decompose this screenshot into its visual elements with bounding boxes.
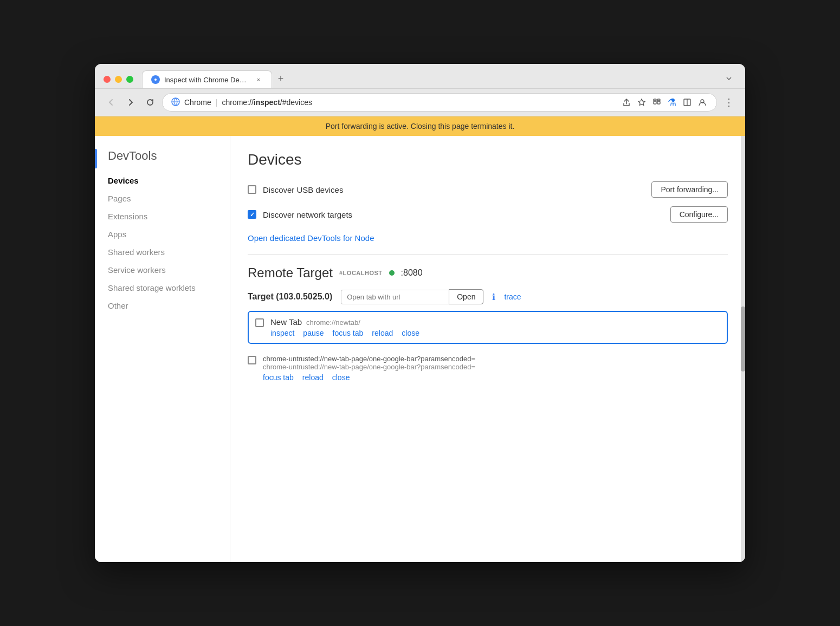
new-tab-title: New Tab	[270, 317, 302, 327]
chrome-untrusted-target-item: chrome-untrusted://new-tab-page/one-goog…	[248, 350, 728, 386]
session-icon[interactable]: ⚗	[667, 97, 677, 108]
usb-option-row: Discover USB devices Port forwarding...	[248, 181, 728, 198]
remote-target-host: #LOCALHOST	[339, 270, 383, 276]
remote-target-header: Remote Target #LOCALHOST :8080	[248, 265, 728, 281]
svg-rect-6	[657, 99, 660, 101]
usb-label-text: Discover USB devices	[263, 185, 343, 194]
chrome-untrusted-close-link[interactable]: close	[332, 373, 350, 382]
new-tab-url: chrome://newtab/	[306, 318, 360, 327]
usb-checkbox[interactable]	[248, 185, 256, 194]
sidebar: DevTools Devices Pages Extensions Apps S…	[95, 136, 230, 562]
sidebar-item-devices[interactable]: Devices	[95, 172, 230, 190]
inspect-link[interactable]: inspect	[270, 329, 294, 337]
remote-target-title: Remote Target	[248, 265, 333, 281]
network-checkbox-label[interactable]: Discover network targets	[248, 210, 352, 219]
new-tab-button[interactable]: +	[273, 71, 288, 86]
trace-link[interactable]: trace	[504, 292, 521, 301]
maximize-window-button[interactable]	[126, 76, 133, 83]
configure-button[interactable]: Configure...	[670, 206, 728, 223]
chrome-untrusted-checkbox[interactable]	[248, 356, 256, 364]
content-area: Devices Discover USB devices Port forwar…	[230, 136, 745, 562]
svg-point-1	[154, 79, 157, 81]
active-tab[interactable]: Inspect with Chrome Develop… ×	[142, 70, 272, 88]
tab-menu-button[interactable]	[721, 71, 736, 86]
traffic-lights	[104, 76, 133, 83]
address-text: chrome://inspect/#devices	[222, 98, 312, 107]
address-scheme: Chrome	[184, 98, 211, 107]
notification-bar: Port forwarding is active. Closing this …	[95, 116, 745, 136]
focus-tab-link[interactable]: focus tab	[333, 329, 364, 337]
close-link[interactable]: close	[402, 329, 419, 337]
network-label-text: Discover network targets	[263, 210, 352, 219]
sidebar-active-indicator	[95, 149, 97, 168]
target-name: Target (103.0.5025.0)	[248, 292, 332, 302]
split-icon[interactable]	[682, 97, 693, 108]
sidebar-item-shared-storage-worklets[interactable]: Shared storage worklets	[95, 279, 230, 297]
open-tab-input-group: Open	[341, 289, 483, 304]
address-bar[interactable]: Chrome | chrome://inspect/#devices ⚗	[162, 93, 717, 112]
forward-button[interactable]	[123, 95, 138, 110]
network-option-row: Discover network targets Configure...	[248, 206, 728, 223]
tab-close-button[interactable]: ×	[254, 75, 263, 84]
share-icon[interactable]	[621, 97, 632, 108]
new-tab-info: New Tab chrome://newtab/ inspect pause f…	[270, 317, 720, 337]
page-title: Devices	[248, 151, 728, 168]
network-checkbox[interactable]	[248, 210, 256, 219]
chrome-untrusted-reload-link[interactable]: reload	[302, 373, 324, 382]
tab-favicon	[151, 75, 160, 84]
browser-window: Inspect with Chrome Develop… × + Chrome …	[95, 64, 745, 562]
sidebar-item-service-workers[interactable]: Service workers	[95, 261, 230, 279]
port-forwarding-button[interactable]: Port forwarding...	[651, 181, 728, 198]
nav-bar: Chrome | chrome://inspect/#devices ⚗ ⋮	[95, 89, 745, 116]
extension-icon[interactable]	[651, 97, 662, 108]
sidebar-item-extensions[interactable]: Extensions	[95, 207, 230, 225]
close-window-button[interactable]	[104, 76, 111, 83]
reload-link[interactable]: reload	[372, 329, 393, 337]
status-dot-green	[389, 270, 395, 276]
new-tab-target-item: New Tab chrome://newtab/ inspect pause f…	[248, 311, 728, 344]
section-divider	[248, 254, 728, 255]
back-button[interactable]	[104, 95, 119, 110]
minimize-window-button[interactable]	[115, 76, 122, 83]
usb-checkbox-label[interactable]: Discover USB devices	[248, 185, 343, 194]
address-separator: |	[216, 98, 218, 107]
sidebar-nav: Devices Pages Extensions Apps Shared wor…	[95, 172, 230, 315]
svg-rect-4	[657, 101, 660, 104]
devtools-node-link[interactable]: Open dedicated DevTools for Node	[248, 233, 374, 243]
chrome-untrusted-url-line2: chrome-untrusted://new-tab-page/one-goog…	[263, 363, 728, 371]
profile-icon[interactable]	[697, 97, 708, 108]
chrome-untrusted-url-line1: chrome-untrusted://new-tab-page/one-goog…	[263, 355, 728, 363]
new-tab-actions: inspect pause focus tab reload close	[270, 329, 720, 337]
notification-text: Port forwarding is active. Closing this …	[326, 122, 515, 131]
sidebar-item-other[interactable]: Other	[95, 297, 230, 315]
svg-rect-5	[654, 99, 656, 101]
reload-button[interactable]	[143, 95, 158, 110]
chrome-globe-icon	[171, 97, 180, 108]
open-tab-url-input[interactable]	[341, 290, 449, 304]
sidebar-item-pages[interactable]: Pages	[95, 190, 230, 207]
sidebar-item-shared-workers[interactable]: Shared workers	[95, 243, 230, 261]
main-content: DevTools Devices Pages Extensions Apps S…	[95, 136, 745, 562]
chrome-untrusted-info: chrome-untrusted://new-tab-page/one-goog…	[263, 355, 728, 382]
content-wrapper: Devices Discover USB devices Port forwar…	[230, 136, 745, 562]
tab-bar: Inspect with Chrome Develop… × +	[142, 70, 715, 88]
devtools-title: DevTools	[95, 149, 230, 172]
tab-title: Inspect with Chrome Develop…	[164, 76, 250, 84]
pause-link[interactable]: pause	[303, 329, 324, 337]
chrome-untrusted-focus-tab-link[interactable]: focus tab	[263, 373, 294, 382]
chrome-untrusted-actions: focus tab reload close	[263, 373, 728, 382]
remote-target-port: :8080	[401, 268, 423, 278]
target-header-row: Target (103.0.5025.0) Open ℹ trace	[248, 289, 728, 304]
star-icon[interactable]	[636, 97, 647, 108]
svg-rect-3	[654, 101, 656, 104]
title-bar: Inspect with Chrome Develop… × +	[95, 64, 745, 89]
open-tab-button[interactable]: Open	[449, 289, 483, 304]
sidebar-item-apps[interactable]: Apps	[95, 225, 230, 243]
more-menu-button[interactable]: ⋮	[721, 95, 736, 110]
scrollbar-thumb[interactable]	[741, 307, 745, 371]
scrollbar[interactable]	[741, 136, 745, 562]
info-icon[interactable]: ℹ	[492, 292, 495, 302]
new-tab-checkbox[interactable]	[255, 318, 264, 327]
